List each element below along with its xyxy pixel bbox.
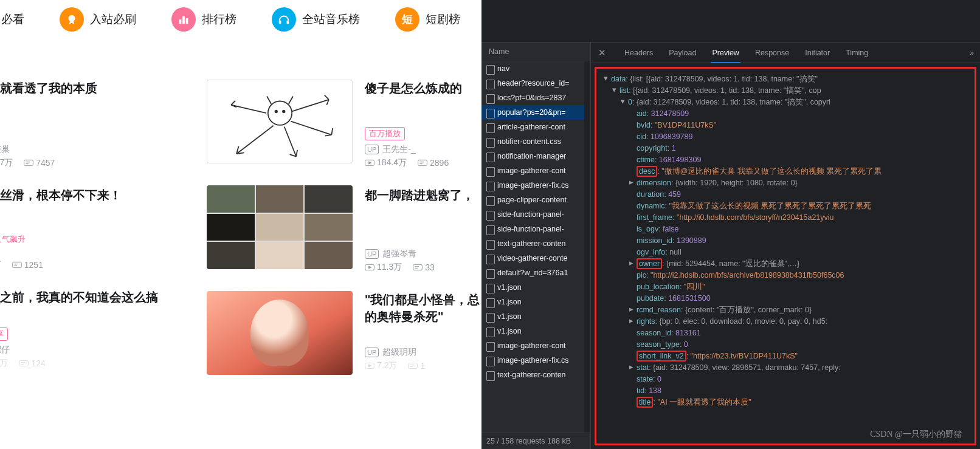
request-row[interactable]: video-gatherer-conte <box>481 251 590 266</box>
request-row[interactable]: text-gatherer-conten <box>481 236 590 251</box>
response-tabs: ✕ HeadersPayloadPreviewResponseInitiator… <box>591 43 980 63</box>
svg-rect-4 <box>186 18 188 24</box>
nav-label: 必看 <box>1 12 24 27</box>
video-title: 死的丝滑，根本停不下来！ <box>0 187 195 204</box>
nav-label: 短剧榜 <box>426 12 460 27</box>
tab-preview[interactable]: Preview <box>711 44 740 63</box>
tab-payload[interactable]: Payload <box>668 44 697 62</box>
nav-item-shortplay[interactable]: 短 短剧榜 <box>395 7 460 32</box>
request-row[interactable]: nav <box>481 61 590 76</box>
thumbnail <box>207 80 353 163</box>
rank-icon <box>171 7 196 32</box>
video-title: 进来之前，我真的不知道会这么搞 <box>0 289 195 306</box>
thumbnail <box>207 185 353 269</box>
tab-initiator[interactable]: Initiator <box>804 44 831 62</box>
request-row[interactable]: text-gatherer-conten <box>481 368 590 382</box>
video-card[interactable] <box>207 291 353 379</box>
svg-rect-6 <box>287 21 289 24</box>
request-row[interactable]: side-function-panel- <box>481 222 590 236</box>
up-icon: UP <box>365 145 379 154</box>
video-card[interactable] <box>207 80 353 167</box>
devtools-timeline[interactable] <box>481 0 980 43</box>
request-row[interactable]: v1.json <box>481 280 590 295</box>
request-row[interactable]: v1.json <box>481 309 590 324</box>
nav-label: 全站音乐榜 <box>302 12 360 27</box>
up-icon: UP <box>365 348 379 357</box>
video-title: "我们都是小怪兽，总的奥特曼杀死" <box>365 291 480 325</box>
request-row[interactable]: side-function-panel- <box>481 207 590 222</box>
svg-rect-29 <box>413 264 423 270</box>
network-name-column: Name navheader?resource_id=locs?pf=0&ids… <box>481 43 591 449</box>
request-row[interactable]: image-gatherer-cont <box>481 338 590 353</box>
request-row[interactable]: popular?ps=20&pn= <box>481 105 590 120</box>
svg-point-20 <box>275 111 277 113</box>
top-nav: 必看 入站必刷 排行榜 全站音乐榜 短 短剧榜 <box>0 0 481 52</box>
svg-rect-12 <box>12 262 21 267</box>
highlight-desc: desc <box>637 166 657 177</box>
tags: 剪辑·人气飙升 <box>0 234 195 245</box>
svg-line-22 <box>267 97 271 105</box>
breadcrumb: 里~ <box>0 52 481 80</box>
badge-share: 人分享 <box>0 327 8 341</box>
tab-headers[interactable]: Headers <box>623 44 654 62</box>
request-row[interactable]: v1.json <box>481 295 590 309</box>
more-tabs-icon[interactable]: » <box>970 49 973 57</box>
request-row[interactable]: image-gatherer-cont <box>481 163 590 178</box>
video-card[interactable] <box>207 185 353 273</box>
tab-response[interactable]: Response <box>754 44 790 62</box>
svg-point-1 <box>69 15 75 22</box>
request-row[interactable]: page-clipper-content <box>481 193 590 207</box>
svg-rect-25 <box>418 160 427 165</box>
video-title: 一眼就看透了我的本质 <box>0 80 195 97</box>
video-grid: 一眼就看透了我的本质 播放 比的雀巢 89.7万 7457 死的丝滑，根本停不下… <box>0 80 481 397</box>
badge-million: 百万播放 <box>365 127 405 140</box>
devtools-panel: Name navheader?resource_id=locs?pf=0&ids… <box>481 0 980 449</box>
svg-rect-8 <box>24 160 33 165</box>
close-icon[interactable]: ✕ <box>598 47 606 58</box>
request-row[interactable]: default?w_rid=376a1 <box>481 266 590 280</box>
request-row[interactable]: v1.json <box>481 324 590 338</box>
column-header-name[interactable]: Name <box>481 43 590 61</box>
video-stats: 89.7万 7457 <box>0 157 195 168</box>
highlight-owner: owner <box>637 258 662 269</box>
duan-icon: 短 <box>395 7 419 32</box>
video-card[interactable]: 进来之前，我真的不知道会这么搞 人分享 猫陈肥仔 1.6万 124 <box>0 289 195 369</box>
video-card[interactable]: 都一脚踏进魁窝了， UP超强岑青 11.3万 33 <box>365 187 480 273</box>
request-list[interactable]: navheader?resource_id=locs?pf=0&ids=2837… <box>481 61 590 433</box>
video-site-panel: 必看 入站必刷 排行榜 全站音乐榜 短 短剧榜 里~ 一眼就看透了我的本质 播放… <box>0 0 481 449</box>
nav-label: 入站必刷 <box>90 12 136 27</box>
nav-label: 排行榜 <box>202 12 236 27</box>
thumbnail <box>207 291 353 375</box>
svg-rect-33 <box>409 363 418 368</box>
request-row[interactable]: notifier-content.css <box>481 134 590 149</box>
request-row[interactable]: header?resource_id= <box>481 76 590 91</box>
video-card[interactable]: 一眼就看透了我的本质 播放 比的雀巢 89.7万 7457 <box>0 80 195 168</box>
request-row[interactable]: article-gatherer-cont <box>481 120 590 134</box>
request-row[interactable]: notification-manager <box>481 149 590 163</box>
network-footer: 25 / 158 requests 188 kB <box>481 433 590 449</box>
music-icon <box>272 7 296 32</box>
svg-point-21 <box>282 111 285 113</box>
video-card[interactable]: 傻子是怎么炼成的 百万播放 UP王先生-_ 184.4万 2896 <box>365 80 480 168</box>
video-title: 傻子是怎么炼成的 <box>365 80 480 97</box>
video-card[interactable]: 死的丝滑，根本停不下来！ 剪辑·人气飙升 alixi 4万 1251 <box>0 187 195 270</box>
nav-item-music[interactable]: 全站音乐榜 <box>272 7 360 32</box>
svg-point-19 <box>267 101 291 125</box>
request-row[interactable]: image-gatherer-fix.cs <box>481 353 590 368</box>
tab-timing[interactable]: Timing <box>844 44 869 62</box>
danmaku: 7457 <box>24 158 55 168</box>
watermark: CSDN @一只弱小的野猪 <box>870 428 962 440</box>
svg-line-23 <box>288 97 292 105</box>
nav-item-mustsee[interactable]: 必看 <box>0 7 24 32</box>
svg-rect-5 <box>279 21 281 24</box>
nav-item-rank[interactable]: 排行榜 <box>171 7 236 32</box>
nav-item-bishua[interactable]: 入站必刷 <box>60 7 136 32</box>
highlight-title: title <box>637 397 653 408</box>
views: 89.7万 <box>0 157 13 168</box>
request-row[interactable]: locs?pf=0&ids=2837 <box>481 91 590 105</box>
svg-rect-16 <box>19 360 29 366</box>
video-card[interactable]: "我们都是小怪兽，总的奥特曼杀死" UP超级玥玥 7.2万 1 <box>365 291 480 371</box>
up-icon: UP <box>365 249 379 259</box>
request-row[interactable]: image-gatherer-fix.cs <box>481 178 590 193</box>
json-preview[interactable]: data: {list: [{aid: 312478509, videos: 1… <box>595 67 976 445</box>
